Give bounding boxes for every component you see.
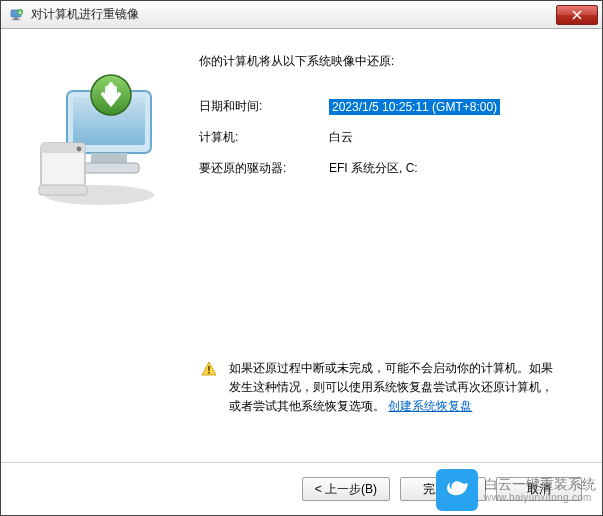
svg-point-12 bbox=[77, 147, 82, 152]
warning-icon bbox=[201, 359, 219, 417]
svg-rect-13 bbox=[39, 185, 87, 195]
info-row-computer: 计算机: 白云 bbox=[199, 129, 574, 146]
back-button[interactable]: < 上一步(B) bbox=[302, 477, 390, 501]
svg-rect-8 bbox=[91, 153, 127, 163]
cancel-button[interactable]: 取消 bbox=[496, 477, 582, 501]
drives-value: EFI 系统分区, C: bbox=[329, 160, 574, 177]
close-button[interactable] bbox=[556, 5, 598, 25]
dialog-window: 对计算机进行重镜像 bbox=[0, 0, 603, 516]
datetime-label: 日期和时间: bbox=[199, 98, 329, 115]
warning-section: 如果还原过程中断或未完成，可能不会启动你的计算机。如果发生这种情况，则可以使用系… bbox=[201, 359, 562, 417]
info-row-drives: 要还原的驱动器: EFI 系统分区, C: bbox=[199, 160, 574, 177]
svg-rect-16 bbox=[208, 372, 210, 374]
main-area: 你的计算机将从以下系统映像中还原: 日期和时间: 2023/1/5 10:25:… bbox=[1, 29, 602, 263]
window-title: 对计算机进行重镜像 bbox=[31, 6, 556, 23]
dialog-content: 你的计算机将从以下系统映像中还原: 日期和时间: 2023/1/5 10:25:… bbox=[1, 29, 602, 515]
computer-label: 计算机: bbox=[199, 129, 329, 146]
info-panel: 你的计算机将从以下系统映像中还原: 日期和时间: 2023/1/5 10:25:… bbox=[189, 53, 574, 253]
svg-rect-1 bbox=[14, 17, 18, 19]
titlebar: 对计算机进行重镜像 bbox=[1, 1, 602, 29]
create-recovery-disk-link[interactable]: 创建系统恢复盘 bbox=[388, 399, 472, 413]
close-icon bbox=[572, 10, 582, 20]
restore-illustration bbox=[29, 53, 189, 253]
computer-value: 白云 bbox=[329, 129, 574, 146]
svg-rect-9 bbox=[79, 163, 139, 173]
finish-button[interactable]: 完成(F) bbox=[400, 477, 486, 501]
drives-label: 要还原的驱动器: bbox=[199, 160, 329, 177]
datetime-value: 2023/1/5 10:25:11 (GMT+8:00) bbox=[329, 99, 500, 115]
svg-rect-15 bbox=[208, 366, 210, 371]
svg-rect-2 bbox=[12, 19, 20, 20]
warning-text: 如果还原过程中断或未完成，可能不会启动你的计算机。如果发生这种情况，则可以使用系… bbox=[229, 359, 562, 417]
intro-text: 你的计算机将从以下系统映像中还原: bbox=[199, 53, 574, 70]
info-row-datetime: 日期和时间: 2023/1/5 10:25:11 (GMT+8:00) bbox=[199, 98, 574, 115]
app-icon bbox=[9, 7, 25, 23]
button-bar: < 上一步(B) 完成(F) 取消 bbox=[1, 463, 602, 515]
